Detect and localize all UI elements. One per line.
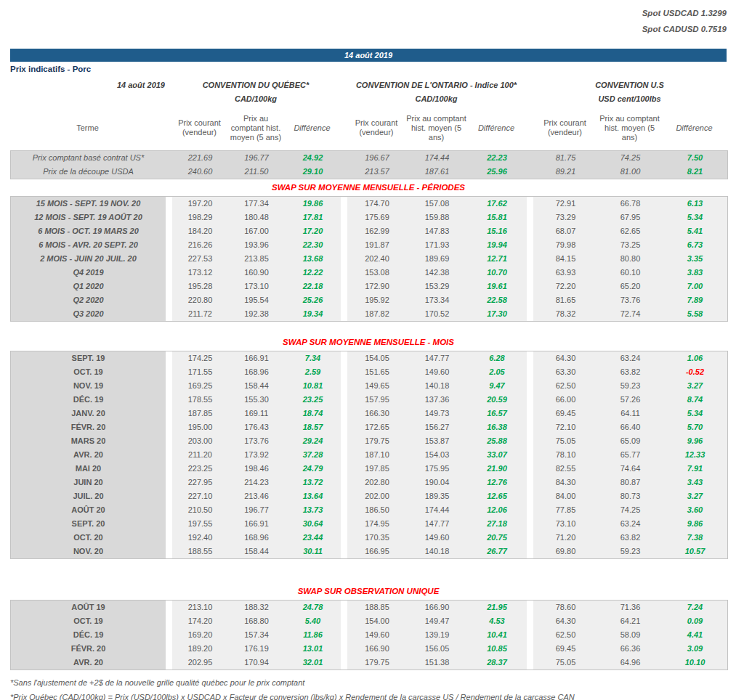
- value-cell: 84.15: [533, 252, 598, 266]
- value-cell: 81.75: [533, 151, 598, 165]
- value-cell: 7.89: [663, 293, 727, 307]
- value-cell: 166.90: [347, 642, 407, 656]
- section-block: AOÛT 19213.10188.3224.78188.85166.9021.9…: [10, 600, 728, 670]
- value-cell: 4.41: [663, 628, 727, 642]
- row-label: MARS 20: [11, 434, 166, 448]
- value-cell: 32.01: [285, 656, 341, 670]
- table-row: FÉVR. 20195.00176.4318.57172.65156.2716.…: [11, 420, 727, 434]
- value-cell: 20.59: [467, 393, 527, 407]
- row-label: JUIN 20: [11, 476, 166, 489]
- value-cell: 10.85: [467, 642, 527, 656]
- value-cell: 175.69: [347, 211, 407, 224]
- row-label: DÉC. 19: [11, 628, 166, 642]
- row-label: Prix de la découpe USDA: [11, 165, 166, 179]
- row-label: JUIL. 20: [11, 489, 166, 503]
- row-label: SEPT. 19: [11, 351, 166, 365]
- value-cell: 65.09: [598, 434, 663, 448]
- value-cell: 25.88: [467, 434, 527, 448]
- value-cell: 227.95: [172, 476, 228, 489]
- value-cell: 184.20: [172, 224, 228, 238]
- value-cell: 139.19: [407, 628, 467, 642]
- value-cell: 69.45: [533, 642, 598, 656]
- value-cell: 174.44: [407, 503, 467, 517]
- value-cell: 63.82: [598, 531, 663, 545]
- value-cell: 24.78: [285, 601, 341, 614]
- value-cell: 12.71: [467, 252, 527, 266]
- value-cell: 25.96: [467, 165, 527, 179]
- value-cell: 169.11: [228, 407, 285, 420]
- value-cell: 59.23: [598, 545, 663, 558]
- row-label: OCT. 20: [11, 531, 166, 545]
- value-cell: 211.50: [228, 165, 285, 179]
- value-cell: 213.57: [347, 165, 407, 179]
- value-cell: 220.80: [172, 293, 228, 307]
- value-cell: 8.74: [663, 393, 727, 407]
- value-cell: 147.77: [407, 351, 467, 365]
- column-gap: [165, 94, 171, 106]
- value-cell: 5.58: [663, 307, 727, 321]
- value-cell: 151.65: [347, 365, 407, 379]
- spot-rates: Spot USDCAD 1.3299 Spot CADUSD 0.7519: [0, 0, 744, 37]
- value-cell: 18.74: [285, 407, 341, 420]
- value-cell: 158.44: [228, 545, 285, 558]
- table-row: 6 MOIS - OCT. 19 MARS 20184.20167.0017.2…: [11, 224, 727, 238]
- value-cell: 179.75: [347, 656, 407, 670]
- value-cell: 168.96: [228, 365, 285, 379]
- row-label: Q4 2019: [11, 266, 166, 280]
- table-row: Q2 2020220.80195.5425.26195.92173.3422.5…: [11, 293, 727, 307]
- value-cell: 3.60: [663, 503, 727, 517]
- value-cell: 202.95: [172, 656, 228, 670]
- value-cell: 168.96: [228, 531, 285, 545]
- row-label: Q1 2020: [11, 280, 166, 293]
- row-label: FÉVR. 20: [11, 642, 166, 656]
- value-cell: 57.26: [598, 393, 663, 407]
- value-cell: 174.44: [407, 151, 467, 165]
- value-cell: 147.77: [407, 517, 467, 531]
- value-cell: 66.78: [598, 197, 663, 211]
- row-label: NOV. 19: [11, 379, 166, 393]
- value-cell: 6.28: [467, 351, 527, 365]
- table-row: AVR. 20202.95170.9432.01179.75151.3828.3…: [11, 656, 727, 670]
- table-row: MARS 20203.00173.7629.24179.75153.8725.8…: [11, 434, 727, 448]
- value-cell: 5.70: [663, 420, 727, 434]
- value-cell: 17.20: [285, 224, 341, 238]
- value-cell: 10.70: [467, 266, 527, 280]
- value-cell: 66.00: [533, 393, 598, 407]
- value-cell: 84.00: [533, 489, 598, 503]
- group-title-ontario: CONVENTION DE L'ONTARIO - Indice 100*: [347, 81, 526, 94]
- row-label: SEPT. 20: [11, 517, 166, 531]
- value-cell: 140.18: [407, 379, 467, 393]
- value-cell: -0.52: [663, 365, 727, 379]
- value-cell: 78.32: [533, 307, 598, 321]
- value-cell: 187.61: [407, 165, 467, 179]
- value-cell: 81.00: [598, 165, 663, 179]
- value-cell: 80.73: [598, 489, 663, 503]
- value-cell: 154.05: [347, 351, 407, 365]
- row-label: AOÛT 19: [11, 601, 166, 614]
- value-cell: 7.50: [663, 151, 727, 165]
- value-cell: 176.43: [228, 420, 285, 434]
- table-row: NOV. 19169.25158.4410.81149.65140.189.47…: [11, 379, 727, 393]
- value-cell: 80.87: [598, 476, 663, 489]
- table-row: Q1 2020195.28173.1022.18172.90153.2919.6…: [11, 280, 727, 293]
- value-cell: 192.40: [172, 531, 228, 545]
- value-cell: 64.30: [533, 614, 598, 628]
- table-row: MAI 20223.25198.4624.79197.85175.9521.90…: [11, 462, 727, 476]
- table-row: Q3 2020211.72192.3819.34187.82170.5217.3…: [11, 307, 727, 321]
- section-title: SWAP SUR MOYENNE MENSUELLE - MOIS: [10, 337, 727, 348]
- row-label: JANV. 20: [11, 407, 166, 420]
- value-cell: 211.72: [172, 307, 228, 321]
- value-cell: 151.38: [407, 656, 467, 670]
- value-cell: 162.99: [347, 224, 407, 238]
- row-label: NOV. 20: [11, 545, 166, 558]
- value-cell: 147.83: [407, 224, 467, 238]
- spot-price-band: Prix comptant basé contrat US*221.69196.…: [10, 150, 728, 179]
- value-cell: 195.00: [172, 420, 228, 434]
- value-cell: 189.69: [407, 252, 467, 266]
- value-cell: 3.83: [663, 266, 727, 280]
- value-cell: 1.06: [663, 351, 727, 365]
- value-cell: 2.59: [285, 365, 341, 379]
- value-cell: 89.21: [533, 165, 598, 179]
- value-cell: 160.90: [228, 266, 285, 280]
- value-cell: 177.34: [228, 197, 285, 211]
